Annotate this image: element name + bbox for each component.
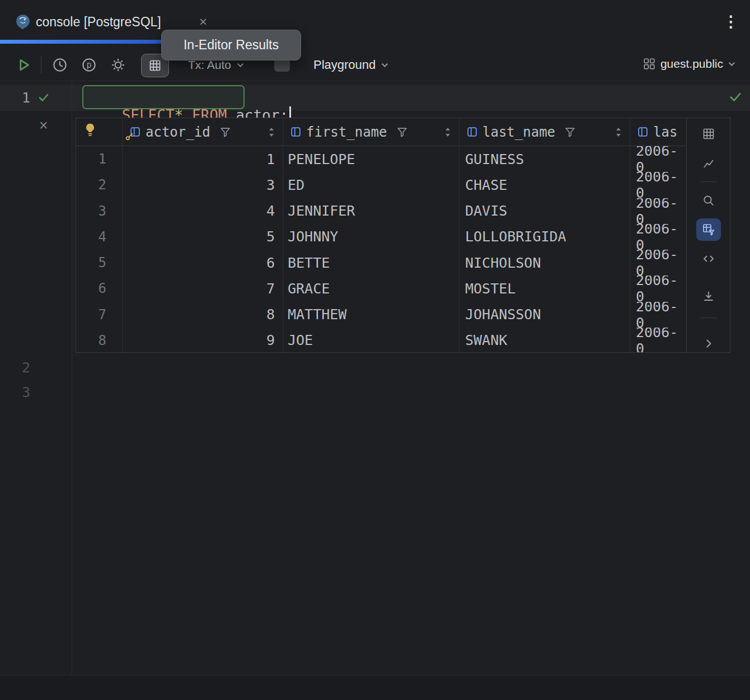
cell-last-name[interactable]: MOSTEL	[460, 276, 630, 301]
cell-last-update[interactable]: 2006-0	[630, 224, 686, 250]
cell-last-name[interactable]: SWANK	[460, 328, 630, 352]
row-number-header	[76, 118, 123, 146]
table-row: 23EDCHASE2006-0	[76, 172, 686, 198]
cell-actor-id[interactable]: 5	[123, 224, 283, 250]
bottom-strip	[0, 675, 750, 700]
schema-icon	[643, 58, 655, 70]
cell-actor-id[interactable]: 9	[123, 328, 283, 352]
parameters-icon[interactable]: p	[81, 57, 97, 76]
playground-dropdown[interactable]: Playground	[313, 58, 388, 72]
cell-actor-id[interactable]: 7	[123, 276, 283, 301]
run-button[interactable]	[16, 57, 32, 76]
line-number-2[interactable]: 2	[8, 360, 30, 376]
results-body: 11PENELOPEGUINESS2006-023EDCHASE2006-034…	[76, 146, 686, 352]
cell-first-name[interactable]: ED	[283, 172, 460, 198]
close-results-icon[interactable]: ×	[39, 118, 48, 133]
cell-last-name[interactable]: GUINESS	[460, 146, 630, 172]
cell-last-name[interactable]: CHASE	[460, 172, 630, 198]
filter-icon[interactable]	[396, 126, 408, 138]
results-panel: actor_id first_name	[76, 118, 730, 353]
search-icon[interactable]	[702, 194, 715, 207]
chevron-right-icon[interactable]	[702, 337, 715, 350]
sort-icon[interactable]	[444, 127, 451, 138]
column-name: las	[653, 124, 677, 140]
cell-actor-id[interactable]: 6	[123, 250, 283, 276]
tab-close-icon[interactable]: ×	[199, 15, 207, 29]
more-menu-icon[interactable]: ⋮	[723, 12, 739, 31]
toolbar-separator	[0, 81, 750, 81]
cell-last-name[interactable]: LOLLOBRIGIDA	[460, 224, 630, 250]
cell-last-update[interactable]: 2006-0	[630, 172, 686, 198]
cell-last-update[interactable]: 2006-0	[630, 302, 686, 328]
filter-icon[interactable]	[564, 126, 576, 138]
grid-view-icon[interactable]	[702, 127, 715, 141]
cell-last-update[interactable]: 2006-0	[630, 146, 686, 172]
cell-last-update[interactable]: 2006-0	[630, 276, 686, 301]
progress-bar	[0, 40, 162, 44]
statement-success-icon	[37, 91, 50, 106]
sort-icon[interactable]	[615, 127, 622, 138]
run-success-icon	[728, 89, 743, 107]
table-row: 11PENELOPEGUINESS2006-0	[76, 146, 686, 172]
postgresql-logo-icon	[15, 13, 31, 32]
column-icon	[290, 126, 302, 138]
schema-switcher[interactable]: guest.public	[643, 57, 735, 71]
cell-row-number[interactable]: 5	[76, 250, 123, 276]
table-row: 34JENNIFERDAVIS2006-0	[76, 198, 686, 224]
chart-view-icon[interactable]	[702, 157, 715, 170]
column-name: last_name	[482, 124, 555, 140]
cell-actor-id[interactable]: 8	[123, 302, 283, 328]
toolbar-divider	[700, 318, 717, 318]
cell-first-name[interactable]: PENELOPE	[283, 146, 460, 172]
cell-last-name[interactable]: NICHOLSON	[460, 250, 630, 276]
cell-row-number[interactable]: 3	[76, 198, 123, 224]
column-header-first-name[interactable]: first_name	[283, 118, 460, 146]
column-header-last-update[interactable]: las	[630, 118, 686, 146]
filter-rows-icon-selected[interactable]	[696, 218, 721, 241]
cell-first-name[interactable]: JOE	[283, 328, 460, 352]
export-download-icon[interactable]	[702, 290, 715, 303]
line-number-3[interactable]: 3	[8, 384, 30, 400]
cell-first-name[interactable]: MATTHEW	[283, 302, 460, 328]
cell-actor-id[interactable]: 3	[123, 172, 283, 198]
gutter-separator	[72, 81, 72, 675]
cell-row-number[interactable]: 2	[76, 172, 123, 198]
table-row: 45JOHNNYLOLLOBRIGIDA2006-0	[76, 224, 686, 250]
column-header-actor-id[interactable]: actor_id	[123, 118, 283, 146]
cell-last-name[interactable]: JOHANSSON	[460, 302, 630, 328]
cell-first-name[interactable]: JENNIFER	[283, 198, 460, 224]
column-name: actor_id	[146, 124, 210, 140]
cell-last-update[interactable]: 2006-0	[630, 250, 686, 276]
cell-row-number[interactable]: 6	[76, 276, 123, 301]
cell-first-name[interactable]: GRACE	[283, 276, 460, 301]
cell-row-number[interactable]: 1	[76, 146, 123, 172]
code-view-icon[interactable]	[702, 252, 715, 265]
schema-label: guest.public	[660, 57, 723, 71]
chevron-down-icon	[237, 63, 244, 68]
cell-first-name[interactable]: BETTE	[283, 250, 460, 276]
app-window: console [PostgreSQL] × ⋮ p Tx: Auto Play…	[0, 0, 750, 700]
results-grid: actor_id first_name	[76, 118, 686, 352]
filter-icon[interactable]	[219, 126, 231, 138]
sort-icon[interactable]	[268, 127, 275, 138]
column-name: first_name	[306, 124, 387, 140]
cell-last-name[interactable]: DAVIS	[460, 198, 630, 224]
chevron-down-icon	[728, 62, 735, 67]
cell-actor-id[interactable]: 4	[123, 198, 283, 224]
tooltip: In-Editor Results	[161, 30, 301, 60]
results-header: actor_id first_name	[76, 118, 686, 146]
cell-row-number[interactable]: 8	[76, 328, 123, 352]
line-number-1[interactable]: 1	[8, 90, 30, 106]
cell-last-update[interactable]: 2006-0	[630, 328, 686, 352]
cell-first-name[interactable]: JOHNNY	[283, 224, 460, 250]
cell-row-number[interactable]: 7	[76, 302, 123, 328]
history-icon[interactable]	[51, 57, 68, 76]
cell-row-number[interactable]: 4	[76, 224, 123, 250]
column-header-last-name[interactable]: last_name	[460, 118, 630, 146]
tab-title[interactable]: console [PostgreSQL]	[36, 15, 161, 30]
cell-actor-id[interactable]: 1	[123, 146, 283, 172]
tooltip-text: In-Editor Results	[184, 38, 279, 53]
column-icon	[466, 126, 478, 138]
cell-last-update[interactable]: 2006-0	[630, 198, 686, 224]
settings-gear-icon[interactable]	[110, 57, 126, 76]
